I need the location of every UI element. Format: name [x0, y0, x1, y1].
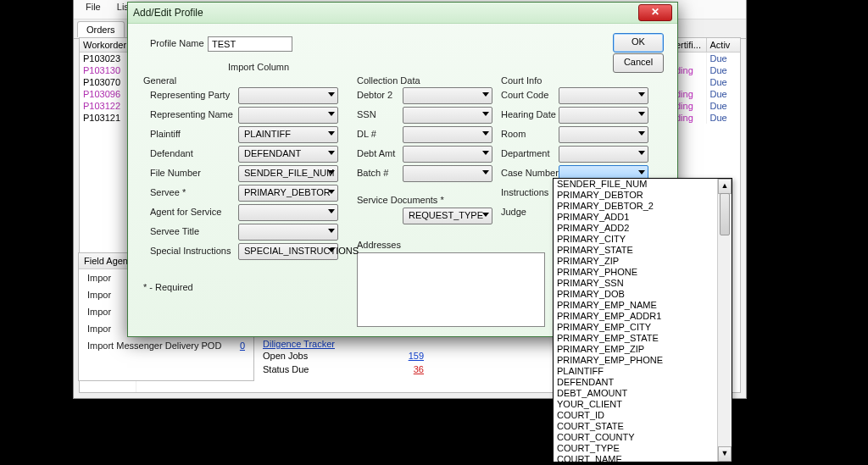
col-activ[interactable]: Activ — [706, 38, 741, 52]
combo-file-number[interactable]: SENDER_FILE_NUM — [238, 165, 338, 182]
dropdown-option[interactable]: PRIMARY_DEBTOR_2 — [554, 201, 732, 212]
chevron-down-icon — [482, 170, 489, 174]
tab-orders[interactable]: Orders — [77, 21, 125, 37]
dropdown-option[interactable]: PRIMARY_ADD2 — [554, 223, 732, 234]
combo-special-instructions[interactable]: SPECIAL_INSTRUCTIONS — [238, 243, 338, 260]
dropdown-option[interactable]: DEFENDANT — [554, 377, 732, 388]
field-label: Representing Party — [150, 90, 230, 100]
service-documents-label: Service Documents * — [357, 195, 444, 205]
stats-link[interactable]: 159 — [409, 351, 424, 361]
stats-link[interactable]: 36 — [414, 364, 424, 374]
field-label: DL # — [357, 129, 376, 139]
dropdown-scrollbar[interactable]: ▲ ▼ — [717, 179, 732, 462]
field-label: Debtor 2 — [357, 90, 392, 100]
dropdown-option[interactable]: PRIMARY_EMP_ZIP — [554, 344, 732, 355]
combo-department[interactable] — [559, 146, 648, 163]
section-court: Court Info — [501, 75, 542, 86]
field-label: Special Instructions — [150, 246, 231, 256]
section-collection: Collection Data — [357, 75, 420, 86]
dropdown-option[interactable]: PRIMARY_STATE — [554, 245, 732, 256]
field-label: Case Number — [501, 168, 559, 178]
dropdown-option[interactable]: COURT_TYPE — [554, 443, 732, 454]
dropdown-option[interactable]: COURT_STATE — [554, 421, 732, 432]
grid-row[interactable]: dingDue — [672, 100, 740, 112]
dialog-title: Add/Edit Profile — [133, 7, 638, 19]
grid-row[interactable]: dingDue — [672, 88, 740, 100]
chevron-down-icon — [638, 92, 645, 97]
dropdown-option[interactable]: PLAINTIFF — [554, 366, 732, 377]
dropdown-option[interactable]: YOUR_CLIENT — [554, 399, 732, 410]
dropdown-option[interactable]: PRIMARY_EMP_CITY — [554, 322, 732, 333]
ok-button[interactable]: OK — [613, 33, 664, 53]
chevron-down-icon — [328, 248, 335, 252]
field-label: File Number — [150, 168, 201, 178]
chevron-down-icon — [328, 170, 335, 174]
combo-room[interactable] — [559, 126, 648, 143]
addresses-textarea[interactable] — [357, 252, 545, 327]
combo-debt-amt[interactable] — [403, 146, 492, 163]
dropdown-option[interactable]: SENDER_FILE_NUM — [554, 179, 732, 190]
cancel-button[interactable]: Cancel — [613, 53, 664, 73]
stats-row: Status Due36 — [263, 363, 424, 376]
dropdown-option[interactable]: PRIMARY_EMP_NAME — [554, 300, 732, 311]
addresses-label: Addresses — [357, 240, 401, 250]
scroll-thumb[interactable] — [720, 193, 730, 235]
field-agent-row: Import Messenger Delivery POD0 — [79, 337, 253, 354]
combo-ssn[interactable] — [403, 107, 492, 124]
import-column-header: Import Column — [228, 62, 289, 72]
dropdown-option[interactable]: PRIMARY_EMP_ADDR1 — [554, 311, 732, 322]
chevron-down-icon — [482, 131, 489, 136]
combo-dl-[interactable] — [403, 126, 492, 143]
dropdown-option[interactable]: COURT_COUNTY — [554, 432, 732, 443]
dropdown-option[interactable]: DEBT_AMOUNT — [554, 388, 732, 399]
close-button[interactable]: ✕ — [638, 4, 672, 21]
combo-servee-title[interactable] — [238, 224, 338, 241]
field-label: Defendant — [150, 148, 193, 158]
combo-agent-for-service[interactable] — [238, 204, 338, 221]
field-label: Representing Name — [150, 109, 233, 119]
field-label: Hearing Date — [501, 109, 556, 119]
combo-servee-[interactable]: PRIMARY_DEBTOR — [238, 185, 338, 202]
grid-row[interactable]: dingDue — [672, 112, 740, 124]
chevron-down-icon — [328, 112, 335, 116]
dropdown-option[interactable]: PRIMARY_DEBTOR — [554, 190, 732, 201]
scroll-up-button[interactable]: ▲ — [718, 179, 732, 194]
service-documents-combo[interactable]: REQUEST_TYPE — [403, 208, 492, 224]
combo-court-code[interactable] — [559, 87, 648, 104]
dropdown-option[interactable]: COURT_NAME — [554, 454, 732, 462]
dialog-titlebar[interactable]: Add/Edit Profile ✕ — [128, 3, 677, 24]
combo-batch-[interactable] — [403, 165, 492, 182]
dropdown-option[interactable]: PRIMARY_PHONE — [554, 267, 732, 278]
diligence-tracker-link[interactable]: Diligence Tracker — [263, 339, 424, 349]
field-agent-link[interactable]: 0 — [240, 340, 245, 351]
chevron-down-icon — [638, 112, 645, 116]
grid-row[interactable]: dingDue — [672, 64, 740, 76]
combo-representing-name[interactable] — [238, 107, 338, 124]
chevron-down-icon — [638, 151, 645, 155]
combo-hearing-date[interactable] — [559, 107, 648, 124]
chevron-down-icon — [482, 151, 489, 155]
menu-file[interactable]: File — [79, 2, 108, 12]
dropdown-option[interactable]: PRIMARY_ZIP — [554, 256, 732, 267]
chevron-down-icon — [328, 229, 335, 233]
combo-defendant[interactable]: DEFENDANT — [238, 146, 338, 163]
combo-plaintiff[interactable]: PLAINTIFF — [238, 126, 338, 143]
case-number-dropdown-list[interactable]: SENDER_FILE_NUMPRIMARY_DEBTORPRIMARY_DEB… — [553, 178, 732, 462]
dropdown-option[interactable]: PRIMARY_CITY — [554, 234, 732, 245]
dropdown-option[interactable]: PRIMARY_EMP_STATE — [554, 333, 732, 344]
profile-name-input[interactable] — [208, 36, 292, 52]
dropdown-option[interactable]: PRIMARY_EMP_PHONE — [554, 355, 732, 366]
dropdown-option[interactable]: PRIMARY_ADD1 — [554, 212, 732, 223]
grid-row[interactable]: Due — [672, 53, 740, 64]
grid-row[interactable]: Due — [672, 76, 740, 88]
combo-representing-party[interactable] — [238, 87, 338, 104]
field-label: Debt Amt — [357, 148, 395, 158]
dropdown-option[interactable]: PRIMARY_DOB — [554, 289, 732, 300]
field-label: Room — [501, 129, 526, 139]
field-label: SSN — [357, 109, 376, 119]
dropdown-option[interactable]: PRIMARY_SSN — [554, 278, 732, 289]
dropdown-option[interactable]: COURT_ID — [554, 410, 732, 421]
scroll-down-button[interactable]: ▼ — [718, 446, 732, 462]
chevron-down-icon — [328, 92, 335, 97]
combo-debtor-2[interactable] — [403, 87, 492, 104]
